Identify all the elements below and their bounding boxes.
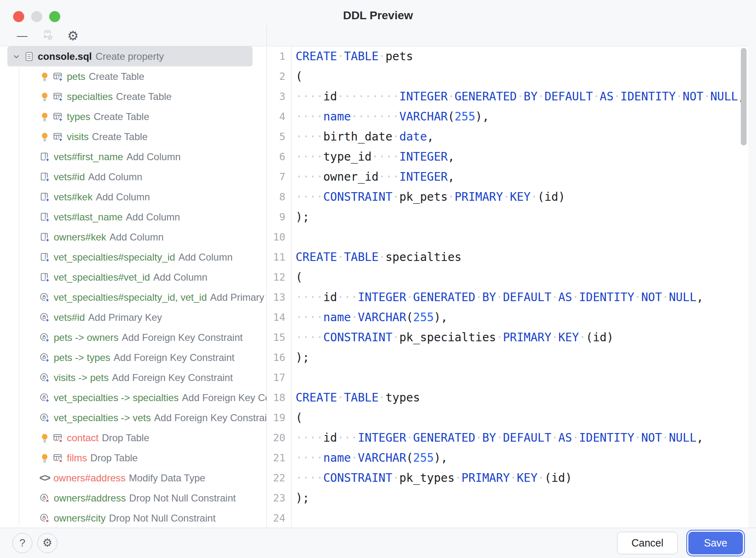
tree-settings-button[interactable]: ⚙ [66, 28, 80, 43]
tree-item-action: Create Table [89, 71, 144, 82]
line-number: 19 [267, 408, 291, 428]
code-token: (id) [544, 471, 572, 485]
code-line[interactable]: 1CREATE·TABLE·pets [267, 46, 748, 66]
code-token: IDENTITY [620, 90, 676, 103]
code-line[interactable]: 15····CONSTRAINT·pk_specialties·PRIMARY·… [267, 327, 748, 347]
code-text: ····id···INTEGER·GENERATED·BY·DEFAULT·AS… [291, 428, 704, 448]
tree-item[interactable]: vet_specialties#vet_idAdd Column [0, 267, 266, 287]
tree-item[interactable]: vets#last_nameAdd Column [0, 207, 266, 227]
tree-item[interactable]: vet_specialties#specialty_id, vet_idAdd … [0, 287, 266, 307]
help-button[interactable]: ? [12, 533, 32, 553]
code-line[interactable]: 12( [267, 267, 748, 287]
code-token: · [455, 471, 462, 485]
tree-item-action: Add Column [109, 231, 164, 243]
code-line[interactable]: 7····owner_id···INTEGER, [267, 167, 748, 187]
code-text: ); [291, 207, 310, 227]
cancel-button[interactable]: Cancel [617, 532, 678, 554]
tree-item[interactable]: owners#kekAdd Column [0, 227, 266, 247]
code-line[interactable]: 24 [267, 508, 748, 528]
editor-scrollbar-thumb[interactable] [741, 48, 747, 145]
code-line[interactable]: 22····CONSTRAINT·pk_types·PRIMARY·KEY·(i… [267, 468, 748, 488]
save-button[interactable]: Save [688, 532, 743, 554]
tree-item[interactable]: contactDrop Table [0, 428, 266, 448]
code-token: · [406, 290, 413, 304]
code-text: ( [291, 408, 303, 428]
code-token: ); [296, 210, 310, 224]
code-line[interactable]: 18CREATE·TABLE·types [267, 388, 748, 408]
code-text: ····CONSTRAINT·pk_specialties·PRIMARY·KE… [291, 327, 614, 347]
code-token: name [323, 110, 351, 123]
code-line[interactable]: 8····CONSTRAINT·pk_pets·PRIMARY·KEY·(id) [267, 187, 748, 207]
code-line[interactable]: 20····id···INTEGER·GENERATED·BY·DEFAULT·… [267, 428, 748, 448]
line-number: 16 [267, 347, 291, 367]
ddl-editor[interactable]: 1CREATE·TABLE·pets2(3····id·········INTE… [267, 46, 748, 528]
code-token: · [392, 331, 399, 344]
tree-item[interactable]: vets#idAdd Column [0, 167, 266, 187]
tree-item[interactable]: petsCreate Table [0, 66, 266, 86]
line-number: 22 [267, 468, 291, 488]
code-line[interactable]: 4····name·······VARCHAR(255), [267, 107, 748, 127]
code-line[interactable]: 19( [267, 408, 748, 428]
line-number: 13 [267, 287, 291, 307]
footer-settings-button[interactable]: ⚙ [37, 533, 57, 553]
code-line[interactable]: 9); [267, 207, 748, 227]
code-line[interactable]: 13····id···INTEGER·GENERATED·BY·DEFAULT·… [267, 287, 748, 307]
tree-item[interactable]: vet_specialties -> specialtiesAdd Foreig… [0, 388, 266, 408]
tree-item[interactable]: typesCreate Table [0, 107, 266, 127]
collapse-button[interactable]: — [15, 28, 30, 43]
code-line[interactable]: 6····type_id····INTEGER, [267, 147, 748, 167]
key-add-icon [39, 413, 50, 423]
tree-item[interactable]: owners#cityDrop Not Null Constraint [0, 508, 266, 528]
tree-item[interactable]: <>owners#addressModify Data Type [0, 468, 266, 488]
tree-item-name: vet_specialties -> vets [54, 412, 151, 424]
code-token: date [399, 130, 427, 143]
line-number: 21 [267, 448, 291, 468]
code-token: NOT [641, 290, 662, 304]
code-token: type_id [323, 150, 371, 163]
code-token: VARCHAR [399, 110, 448, 123]
code-line[interactable]: 14····name·VARCHAR(255), [267, 307, 748, 327]
code-token: · [634, 431, 641, 445]
tree-item[interactable]: owners#addressDrop Not Null Constraint [0, 488, 266, 508]
code-line[interactable]: 2( [267, 66, 748, 86]
code-token: · [378, 391, 385, 404]
sql-file-icon [24, 51, 34, 62]
tree-item[interactable]: vet_specialties -> vetsAdd Foreign Key C… [0, 408, 266, 428]
code-token: · [392, 130, 399, 143]
tree-item-name: vet_specialties#vet_id [54, 272, 150, 283]
code-line[interactable]: 11CREATE·TABLE·specialties [267, 247, 748, 267]
key-add-icon [39, 292, 50, 303]
code-token: GENERATED [455, 90, 517, 103]
code-line[interactable]: 10 [267, 227, 748, 247]
code-line[interactable]: 5····birth_date·date, [267, 127, 748, 147]
code-token: ···· [296, 431, 323, 445]
tree-item[interactable]: vets#first_nameAdd Column [0, 147, 266, 167]
tree-item[interactable]: pets -> ownersAdd Foreign Key Constraint [0, 327, 266, 347]
tree-item[interactable]: visitsCreate Table [0, 127, 266, 147]
tree-item[interactable]: vets#kekAdd Column [0, 187, 266, 207]
code-token: · [662, 431, 669, 445]
tree-item[interactable]: vets#idAdd Primary Key [0, 307, 266, 327]
tree-item-name: vets#kek [54, 191, 93, 203]
code-token: DEFAULT [544, 90, 593, 103]
code-line[interactable]: 23); [267, 488, 748, 508]
code-line[interactable]: 16); [267, 347, 748, 367]
code-token: · [572, 290, 579, 304]
tree-item[interactable]: visits -> petsAdd Foreign Key Constraint [0, 367, 266, 388]
tree-item[interactable]: pets -> typesAdd Foreign Key Constraint [0, 347, 266, 367]
code-token: · [378, 250, 385, 264]
code-text: ····CONSTRAINT·pk_pets·PRIMARY·KEY·(id) [291, 187, 565, 207]
line-number: 23 [267, 488, 291, 508]
tree-item-name: specialties [67, 91, 113, 102]
rollback-button[interactable] [40, 28, 55, 43]
code-line[interactable]: 3····id·········INTEGER·GENERATED·BY·DEF… [267, 86, 748, 107]
tree-item[interactable]: specialtiesCreate Table [0, 86, 266, 107]
code-text [291, 367, 296, 388]
key-add-icon [39, 312, 50, 323]
tree-item[interactable]: vet_specialties#specialty_idAdd Column [0, 247, 266, 267]
tree-root-item[interactable]: console.sql Create property [7, 46, 253, 66]
code-token: INTEGER [358, 431, 406, 445]
code-line[interactable]: 17 [267, 367, 748, 388]
code-line[interactable]: 21····name·VARCHAR(255), [267, 448, 748, 468]
tree-item[interactable]: filmsDrop Table [0, 448, 266, 468]
